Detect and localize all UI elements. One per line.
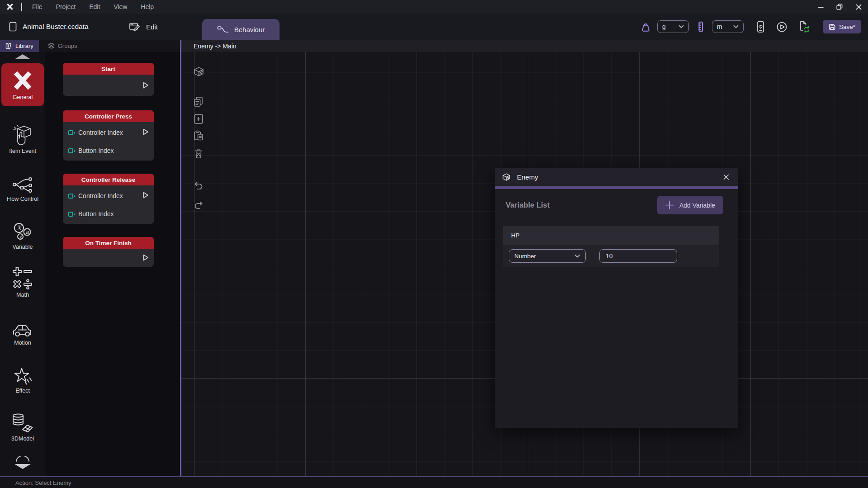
node-box-button[interactable] — [192, 66, 205, 78]
node-input-row: Button Index — [68, 207, 138, 221]
copy-button[interactable] — [192, 96, 205, 108]
sidebar-item-flow-control[interactable]: Flow Control — [7, 171, 38, 202]
breadcrumb-bar: Enemy -> Main — [181, 40, 868, 52]
toolbar-right-group: g m — [640, 14, 861, 40]
sidebar-item-label: Math — [16, 292, 29, 298]
sidebar-item-label: General — [13, 94, 33, 100]
node-row-label: Button Index — [78, 147, 114, 154]
enemy-variables-dialog: Enemy Variable List Add Variable HP — [495, 168, 738, 428]
save-label: Save* — [839, 24, 855, 30]
scroll-up-arrow[interactable] — [14, 54, 31, 59]
variable-row-hp: HP Number — [503, 226, 719, 267]
run-button[interactable] — [776, 21, 787, 33]
input-socket[interactable] — [68, 194, 73, 199]
add-variable-button[interactable]: Add Variable — [657, 196, 723, 214]
paste-button[interactable] — [192, 130, 205, 142]
sidebar-item-effect[interactable]: Effect — [12, 362, 33, 394]
node-input-row: Controller Index — [68, 189, 138, 203]
menu-view[interactable]: View — [114, 3, 127, 10]
tab-behaviour-label: Behaviour — [234, 26, 265, 33]
node-row-label: Controller Index — [78, 192, 123, 199]
menu-edit[interactable]: Edit — [89, 3, 100, 10]
breadcrumb: Enemy -> Main — [194, 43, 237, 50]
star-sparkle-icon — [12, 367, 33, 385]
flow-output-triangle[interactable] — [142, 254, 149, 261]
minimize-button[interactable] — [811, 0, 830, 14]
node-title: Start — [63, 63, 154, 75]
title-bar: File Project Edit View Help — [0, 0, 868, 14]
input-socket[interactable] — [68, 212, 73, 217]
input-socket[interactable] — [68, 148, 73, 153]
edit-button[interactable]: Edit — [129, 14, 158, 40]
variable-type-select[interactable]: Number — [509, 249, 586, 263]
tab-groups[interactable]: Groups — [43, 40, 83, 52]
chevron-down-icon — [574, 254, 580, 258]
node-on-timer-finish[interactable]: On Timer Finish — [63, 237, 154, 267]
menu-help[interactable]: Help — [141, 3, 154, 10]
flow-output-triangle[interactable] — [142, 81, 149, 89]
svg-text:a: a — [25, 229, 29, 235]
chevron-down-icon — [733, 25, 739, 28]
delete-button[interactable] — [192, 148, 205, 160]
app-logo-x-icon — [6, 3, 14, 11]
application-window: File Project Edit View Help — [0, 0, 868, 488]
ruler-icon — [695, 21, 706, 32]
menu-file[interactable]: File — [32, 3, 43, 10]
add-node-button[interactable] — [192, 113, 205, 125]
sidebar-item-general[interactable]: General — [1, 63, 44, 106]
tab-groups-label: Groups — [58, 43, 77, 49]
sidebar-item-math[interactable]: Math — [12, 266, 33, 298]
add-document-icon — [193, 113, 204, 125]
car-icon — [11, 322, 34, 337]
scroll-down-arrow[interactable] — [14, 464, 31, 469]
category-sidebar: General Item Event — [0, 52, 45, 476]
undo-button[interactable] — [192, 180, 205, 192]
sidebar-item-motion[interactable]: Motion — [11, 314, 34, 346]
x-logo-icon — [11, 69, 34, 92]
behaviour-canvas[interactable]: Enemy -> Main — [181, 40, 868, 476]
reload-file-button[interactable] — [798, 20, 810, 33]
variable-name: HP — [503, 226, 719, 245]
menu-project[interactable]: Project — [56, 3, 76, 10]
length-unit-select[interactable]: m — [712, 20, 744, 33]
variable-value-input[interactable] — [599, 249, 677, 263]
redo-icon — [193, 200, 204, 212]
node-box-icon — [502, 172, 511, 182]
node-title: Controller Press — [63, 110, 154, 122]
restore-button[interactable] — [830, 0, 849, 14]
dialog-close-button[interactable] — [721, 172, 731, 182]
sidebar-item-variable[interactable]: X y a Variable — [13, 218, 33, 250]
node-controller-release[interactable]: Controller Release Controller Index Butt… — [63, 174, 154, 224]
node-start[interactable]: Start — [63, 63, 154, 96]
tab-behaviour[interactable]: Behaviour — [202, 19, 280, 40]
project-name: Animal Buster.ccdata — [23, 23, 89, 31]
input-socket[interactable] — [68, 130, 73, 135]
flow-output-triangle[interactable] — [142, 191, 149, 199]
project-toolbar: Animal Buster.ccdata Edit Behaviour g — [0, 14, 868, 40]
redo-button[interactable] — [192, 200, 205, 212]
sidebar-item-label: Flow Control — [7, 196, 38, 202]
sidebar-item-label: Motion — [14, 340, 31, 346]
tab-library-label: Library — [15, 43, 33, 49]
device-preview-button[interactable] — [755, 21, 766, 33]
restore-icon — [836, 4, 843, 10]
cylinder-plane-icon — [12, 412, 33, 433]
save-button[interactable]: Save* — [823, 20, 861, 33]
flow-output-triangle[interactable] — [142, 128, 149, 136]
dialog-header[interactable]: Enemy — [495, 168, 738, 186]
mass-unit-select[interactable]: g — [657, 20, 689, 33]
status-bar: Action: Select Enemy — [0, 476, 868, 488]
menu-bar: File Project Edit View Help — [32, 3, 154, 10]
sidebar-item-3dmodel[interactable]: 3DModel — [11, 410, 34, 442]
cube-hand-icon — [12, 124, 33, 146]
variable-type-value: Number — [514, 253, 536, 260]
node-title: Controller Release — [63, 174, 154, 185]
node-library-panel: Start Controller Press Controller Index — [45, 52, 180, 476]
bookmark-icon — [9, 22, 17, 32]
floppy-icon — [829, 24, 835, 30]
sidebar-item-item-event[interactable]: Item Event — [9, 123, 36, 154]
node-controller-press[interactable]: Controller Press Controller Index Button… — [63, 110, 154, 161]
tab-library[interactable]: Library — [0, 40, 39, 52]
dialog-accent-bar — [495, 186, 738, 189]
close-button[interactable] — [849, 0, 868, 14]
